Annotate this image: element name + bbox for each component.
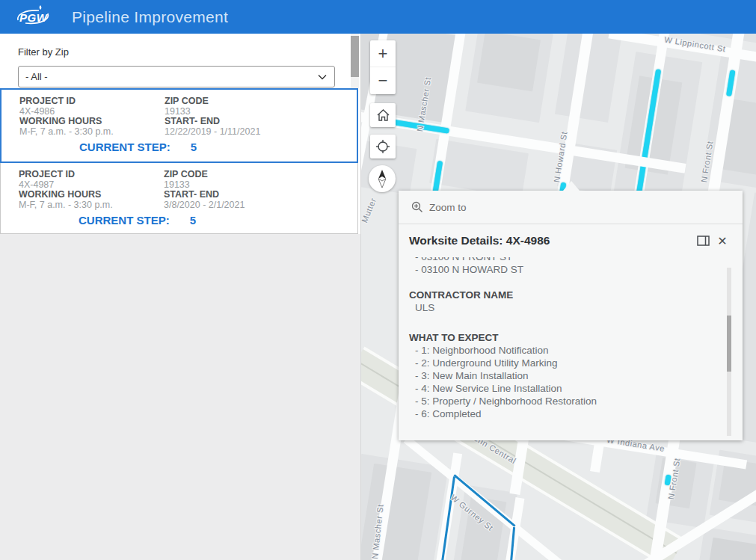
project-id-value: 4X-4987 [19, 180, 164, 191]
street-label: Mutter [361, 197, 378, 224]
working-hours-label: WORKING HOURS [19, 190, 164, 200]
contractor-name: ULS [409, 301, 709, 314]
locate-button[interactable] [370, 135, 396, 159]
pipeline-highlight [726, 70, 735, 96]
popup-scrollbar[interactable] [727, 268, 731, 436]
popup-title: Worksite Details: 4X-4986 [409, 234, 693, 247]
current-step-value: 5 [190, 214, 196, 227]
popup-header: Worksite Details: 4X-4986 ✕ [399, 224, 743, 257]
pgw-logo: PGW [13, 4, 52, 30]
chevron-down-icon [318, 73, 327, 81]
zoom-to-button[interactable]: Zoom to [399, 191, 743, 224]
expect-item: - 2: Underground Utility Marking [409, 357, 709, 369]
zoom-control: + − [370, 40, 396, 94]
panel-scrollbar-thumb[interactable] [351, 36, 359, 77]
zip-filter-value: - All - [25, 71, 48, 82]
what-to-expect-list: - 1: Neighborhood Notification - 2: Unde… [409, 344, 709, 420]
panel-scrollbar[interactable] [351, 34, 359, 88]
zip-code-label: ZIP CODE [164, 170, 336, 180]
panel-background [0, 234, 360, 560]
current-step-row: CURRENT STEP:5 [19, 214, 357, 227]
expect-item: - 4: New Service Line Installation [409, 382, 709, 395]
popup-body: - 03100 N FRONT ST - 03100 N HOWARD ST C… [399, 257, 743, 420]
zip-filter-select[interactable]: - All - [18, 66, 335, 87]
dock-icon [697, 236, 710, 246]
address-line: - 03100 N FRONT ST [415, 257, 709, 263]
start-end-value: 12/22/2019 - 1/11/2021 [165, 127, 336, 138]
page-title: Pipeline Improvement [72, 8, 228, 26]
current-step-label: CURRENT STEP: [79, 141, 170, 153]
working-hours-value: M-F, 7 a.m. - 3:30 p.m. [19, 200, 164, 211]
project-id-label: PROJECT ID [19, 170, 164, 180]
compass-button[interactable] [369, 165, 396, 192]
zip-code-value: 19133 [165, 107, 336, 117]
expect-item: - 1: Neighborhood Notification [409, 344, 709, 357]
app-window: PGW Pipeline Improvement Filter by Zip -… [0, 0, 756, 560]
start-end-label: START- END [165, 117, 336, 127]
zoom-in-button[interactable]: + [370, 40, 396, 67]
zip-code-value: 19133 [164, 180, 336, 191]
project-card-4X-4987[interactable]: PROJECT ID 4X-4987 WORKING HOURS M-F, 7 … [0, 163, 358, 234]
current-step-value: 5 [191, 141, 197, 153]
expect-item: - 3: New Main Installation [409, 369, 709, 382]
building [477, 34, 541, 91]
start-end-label: START- END [164, 190, 336, 200]
start-end-value: 3/8/2020 - 2/1/2021 [164, 200, 336, 211]
home-icon [376, 108, 390, 122]
popup-callout-arrow [563, 181, 580, 191]
compass-needle-icon [376, 169, 388, 188]
popup-scrollbar-thumb[interactable] [727, 316, 731, 372]
what-to-expect-label: WHAT TO EXPECT [409, 331, 709, 344]
locate-icon [375, 139, 390, 154]
project-card-4X-4986[interactable]: PROJECT ID 4X-4986 WORKING HOURS M-F, 7 … [0, 88, 358, 163]
expect-item: - 6: Completed [409, 407, 709, 420]
zoom-to-icon [411, 201, 423, 213]
zoom-to-label: Zoom to [429, 202, 467, 213]
filter-label: Filter by Zip [18, 46, 69, 58]
working-hours-label: WORKING HOURS [19, 117, 165, 127]
home-button[interactable] [370, 103, 396, 127]
logo-text: PGW [19, 11, 47, 24]
project-list-panel: Filter by Zip - All - PROJECT ID 4X-4986… [0, 34, 361, 560]
working-hours-value: M-F, 7 a.m. - 3:30 p.m. [19, 127, 165, 138]
zoom-out-button[interactable]: − [370, 67, 396, 94]
current-step-label: CURRENT STEP: [79, 214, 170, 227]
zip-code-label: ZIP CODE [165, 96, 336, 107]
contractor-label: CONTRACTOR NAME [409, 289, 709, 301]
project-id-label: PROJECT ID [19, 96, 165, 107]
dock-button[interactable] [693, 231, 713, 250]
expect-item: - 5: Property / Neighborhood Restoration [409, 395, 709, 407]
what-to-expect-section: WHAT TO EXPECT - 1: Neighborhood Notific… [409, 331, 709, 420]
project-id-value: 4X-4986 [19, 107, 165, 117]
close-button[interactable]: ✕ [713, 231, 732, 250]
filter-section: Filter by Zip - All - [0, 34, 360, 88]
map-canvas[interactable]: W Lippincott St N Mascher St N Howard St… [361, 34, 756, 560]
flame-icon [40, 5, 42, 10]
contractor-section: CONTRACTOR NAME ULS [409, 289, 709, 314]
worksite-addresses: - 03100 N FRONT ST - 03100 N HOWARD ST [409, 257, 709, 276]
address-line: - 03100 N HOWARD ST [415, 263, 709, 276]
current-step-row: CURRENT STEP:5 [19, 141, 357, 153]
app-header: PGW Pipeline Improvement [0, 0, 756, 34]
worksite-details-popup: Zoom to Worksite Details: 4X-4986 ✕ - 03… [399, 191, 743, 440]
